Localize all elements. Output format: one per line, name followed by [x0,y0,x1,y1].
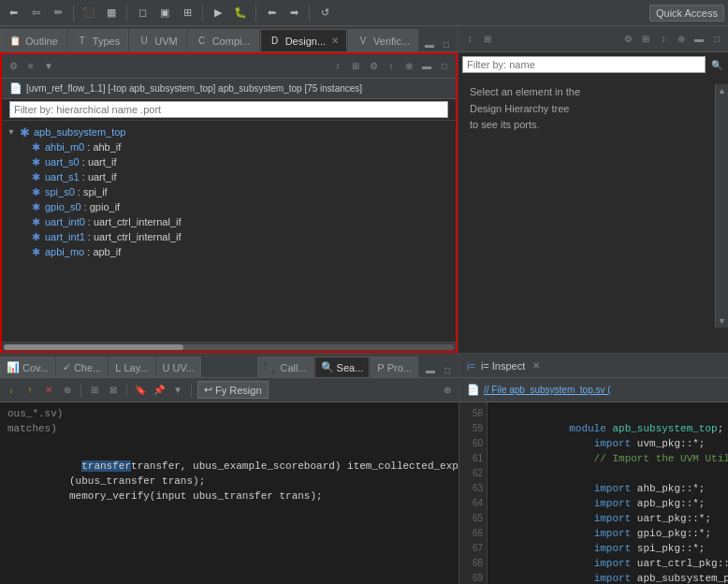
left-code-panel: 📊 Cov... ✓ Che... L Lay... U UV... 📞 [0,354,459,584]
tree-item-root[interactable]: ▼ ✱ apb_subsystem_top [2,124,456,139]
right-filter-input[interactable] [462,56,706,73]
toolbar-sep-3 [202,5,203,22]
dh-list-icon[interactable]: ≡ [23,59,38,74]
tree-item-ahbi[interactable]: ✱ ahbi_m0 : ahb_if [2,139,456,154]
v-scroll-down[interactable]: ▼ [718,316,726,326]
right-message: Select an element in the Design Hierarch… [462,77,724,141]
tab-che[interactable]: ✓ Che... [56,357,108,377]
dh-gear-icon[interactable]: ⚙ [366,59,381,74]
v-scroll-up[interactable]: ▲ [718,86,726,95]
tab-call[interactable]: 📞 Call... [257,357,313,377]
line-58: 58 [459,406,487,421]
tree-item-gpio-s0[interactable]: ✱ gpio_s0 : gpio_if [2,199,456,214]
search-nav-down[interactable]: ↓ [4,383,19,398]
quick-access-button[interactable]: Quick Access [649,5,724,22]
fy-resign-button[interactable]: ↩ Fy Resign [197,381,269,399]
minimize-btn[interactable]: ▬ [422,36,437,51]
dh-header-text: [uvm_ref_flow_1.1] [-top apb_subsystem_t… [26,83,362,94]
toolbar-btn-4[interactable]: ⬛ [80,4,98,22]
h-scrollbar-thumb[interactable] [4,344,183,350]
tree-item-uart-int0[interactable]: ✱ uart_int0 : uart_ctrl_internal_if [2,214,456,229]
search-pin[interactable]: 📌 [152,383,167,398]
maximize-btn[interactable]: □ [439,36,454,51]
toolbar-btn-run[interactable]: ▶ [209,4,227,22]
search-bookmark[interactable]: 🔖 [133,383,148,398]
h-scrollbar[interactable] [2,342,456,351]
search-btn2[interactable]: ⊠ [106,383,121,398]
search-stop[interactable]: ⊗ [60,383,75,398]
toolbar-btn-debug[interactable]: 🐛 [231,4,250,22]
dh-filter-icon[interactable]: ▼ [41,59,56,74]
tree-item-uart-s1[interactable]: ✱ uart_s1 : uart_if [2,169,456,184]
dh-grid-icon[interactable]: ⊞ [348,59,363,74]
tab-uv[interactable]: U UV... [156,357,201,377]
search-expand-btn[interactable]: ⊕ [440,383,455,398]
toolbar-btn-8[interactable]: ⊞ [178,4,197,22]
rp-grid-icon[interactable]: ⊞ [480,32,495,47]
toolbar-btn-7[interactable]: ▣ [155,4,174,22]
tab-sea[interactable]: 🔍 Sea... [314,357,371,377]
pro-icon: P [377,362,384,373]
tree-item-uart-s0[interactable]: ✱ uart_s0 : uart_if [2,154,456,169]
tab-design[interactable]: D Design... ✕ [260,29,347,51]
tab-lay[interactable]: L Lay... [109,357,154,377]
rp-layout-icon[interactable]: ⊞ [638,32,653,47]
toolbar-btn-2[interactable]: ⇦ [26,4,45,22]
right-filter-search-icon[interactable]: 🔍 [709,57,724,72]
tab-compi[interactable]: C Compi... [187,29,259,51]
search-btn1[interactable]: ⊞ [87,383,102,398]
toolbar-sep-5 [309,5,310,22]
tab-cov[interactable]: 📊 Cov... [0,357,55,377]
rp-expand-icon[interactable]: ⊕ [674,32,689,47]
tab-outline[interactable]: 📋 Outline [0,29,66,51]
rp-maximize-btn[interactable]: □ [709,32,724,47]
tree-item-uart-int1[interactable]: ✱ uart_int1 : uart_ctrl_internal_if [2,229,456,244]
toolbar-btn-5[interactable]: ▦ [102,4,121,22]
toolbar-btn-refresh[interactable]: ↺ [315,4,334,22]
search-filter[interactable]: ▼ [170,383,185,398]
dh-expand-icon[interactable]: ⊕ [401,59,416,74]
search-clear[interactable]: ✕ [41,383,56,398]
search-section-matches: matches) [7,421,451,436]
line-68: 68 [459,556,487,571]
rp-minimize-btn[interactable]: ▬ [692,32,706,47]
dh-settings-icon[interactable]: ⚙ [6,59,21,74]
h-scrollbar-track [4,344,454,350]
tree-item-spi-s0[interactable]: ✱ spi_s0 : spi_if [2,184,456,199]
toolbar-btn-6[interactable]: ◻ [133,4,152,22]
tab-verific[interactable]: V Verific... [348,29,418,51]
toolbar-sep-1 [73,5,74,22]
code-editor[interactable]: module apb_subsystem_top; import uvm_pkg… [488,402,728,584]
inspect-tab-label[interactable]: i= Inspect [481,360,525,372]
right-panel: ↕ ⊞ ⚙ ⊞ ↕ ⊕ ▬ □ 🔍 Select an element in t… [459,26,728,353]
dh-header-icon: 📄 [9,82,22,95]
search-nav-up[interactable]: ↑ [22,383,37,398]
toolbar-btn-3[interactable]: ✏ [49,4,67,22]
tab-types[interactable]: T Types [67,29,128,51]
inspect-close-btn[interactable]: ✕ [532,360,540,371]
dh-sort-icon[interactable]: ↕ [384,59,399,74]
design-tab-close[interactable]: ✕ [331,36,339,46]
dh-filter-input[interactable] [9,101,448,118]
che-icon: ✓ [63,361,71,373]
bottom-maximize-btn[interactable]: □ [440,362,455,377]
bottom-minimize-btn[interactable]: ▬ [423,362,438,377]
toolbar-btn-back[interactable]: ⬅ [262,4,281,22]
tab-pro[interactable]: P Pro... [371,357,418,377]
rp-sort2-icon[interactable]: ↕ [656,32,671,47]
rp-settings-icon[interactable]: ⚙ [620,32,635,47]
tree-item-apbi-mo[interactable]: ✱ apbi_mo : apb_if [2,244,456,259]
dh-collapse-icon[interactable]: ↕ [330,59,345,74]
dh-minimize-btn[interactable]: ▬ [419,59,434,74]
line-67: 67 [459,541,487,556]
right-content: 🔍 Select an element in the Design Hierar… [459,52,728,353]
toolbar-btn-forward[interactable]: ➡ [284,4,303,22]
expand-icon-root[interactable]: ▼ [6,127,17,137]
upper-area: 📋 Outline T Types U UVM C Compi... D [0,26,728,354]
dh-maximize-btn[interactable]: □ [437,59,452,74]
search-line-1[interactable]: transfertransfer, ubus_example_scoreboar… [7,444,451,459]
toolbar-btn-1[interactable]: ⬅ [4,4,22,22]
left-panel: 📋 Outline T Types U UVM C Compi... D [0,26,459,353]
rp-sort-icon[interactable]: ↕ [462,32,477,47]
tab-uvm[interactable]: U UVM [129,29,185,51]
